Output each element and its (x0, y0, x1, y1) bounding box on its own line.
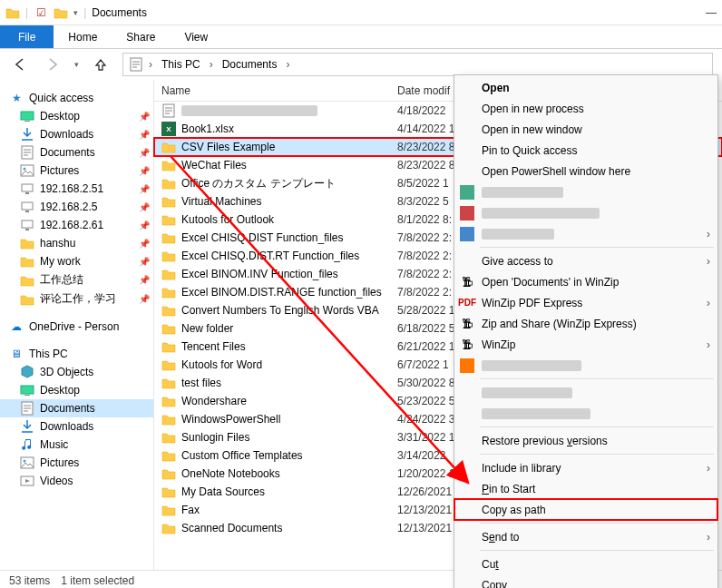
col-date[interactable]: Date modif (397, 84, 450, 97)
ctx-sep (480, 247, 714, 248)
sidebar-item[interactable]: Desktop📌 (0, 107, 153, 125)
ctx-restore[interactable]: Restore previous versions (454, 430, 717, 451)
sidebar-item-label: 192.168.2.51 (40, 182, 103, 195)
col-name[interactable]: Name (161, 84, 397, 97)
folder-icon (161, 466, 176, 481)
ctx-send-to[interactable]: Send to› (454, 526, 717, 547)
breadcrumb-sep[interactable] (208, 58, 215, 71)
ctx-zip-share[interactable]: 🗜Zip and Share (WinZip Express) (454, 313, 717, 334)
this-pc[interactable]: 🖥 This PC (0, 345, 153, 363)
file-name: Tencent Files (181, 340, 246, 353)
sidebar-item[interactable]: 192.168.2.51📌 (0, 180, 153, 198)
folder-icon (161, 230, 176, 245)
sidebar-item[interactable]: 192.168.2.61📌 (0, 216, 153, 234)
file-name: Sunlogin Files (181, 431, 249, 444)
ctx-open-winzip[interactable]: 🗜Open 'Documents' in WinZip (454, 271, 717, 292)
folder-icon (5, 5, 20, 20)
ctx-obscured-4[interactable] (454, 355, 717, 376)
sidebar-item[interactable]: Pictures📌 (0, 162, 153, 180)
submenu-arrow-icon: › (707, 462, 710, 475)
folder-icon (161, 267, 176, 281)
window-title: Documents (92, 6, 147, 19)
ctx-obscured-2[interactable] (454, 202, 717, 223)
sidebar-item[interactable]: Documents📌 (0, 143, 153, 162)
sidebar-item[interactable]: Videos (0, 472, 153, 490)
svg-rect-9 (25, 211, 29, 212)
file-date: 6/7/2022 1 (397, 358, 449, 371)
ctx-obscured-1[interactable] (454, 181, 717, 202)
file-name: Excel BINOM.INV Function_files (181, 268, 338, 280)
forward-button[interactable] (42, 54, 63, 75)
minimize-button[interactable]: — (706, 6, 717, 19)
file-name: WeChat Files (181, 159, 247, 172)
sidebar-item-label: Music (40, 438, 68, 451)
file-name: WindowsPowerShell (181, 413, 280, 426)
drive-icon (20, 365, 34, 379)
ctx-open-ps[interactable]: Open PowerShell window here (454, 161, 717, 181)
sidebar-item[interactable]: 评论工作，学习📌 (0, 289, 153, 309)
drive-icon (20, 419, 34, 434)
sidebar-item[interactable]: 192.168.2.5📌 (0, 198, 153, 216)
ctx-obscured-3[interactable]: › (454, 223, 717, 244)
sidebar-item[interactable]: Desktop (0, 381, 153, 399)
folder-icon (20, 273, 34, 288)
ctx-winzip[interactable]: 🗜WinZip› (454, 334, 717, 355)
ctx-cut[interactable]: Cut (454, 554, 717, 574)
network-icon (20, 200, 34, 214)
ctx-obscured-5[interactable] (454, 382, 717, 403)
quick-access[interactable]: ★ Quick access (0, 89, 153, 107)
qat-sep2: | (83, 6, 86, 19)
ctx-pin-quick[interactable]: Pin to Quick access (454, 140, 717, 161)
file-date: 5/28/2022 1 (397, 304, 454, 317)
checkbox-icon[interactable]: ☑ (34, 5, 48, 20)
file-date: 7/8/2022 2: (397, 268, 452, 280)
tab-share[interactable]: Share (112, 25, 170, 48)
back-button[interactable] (9, 54, 31, 75)
svg-rect-12 (21, 386, 34, 394)
sidebar-item[interactable]: 3D Objects (0, 363, 153, 381)
app-icon (460, 206, 474, 220)
qat-dropdown[interactable]: ▾ (73, 8, 78, 17)
sidebar-item[interactable]: Pictures (0, 454, 153, 472)
sidebar-item[interactable]: 工作总结📌 (0, 270, 153, 289)
sidebar-item[interactable]: Downloads (0, 417, 153, 436)
onedrive-label: OneDrive - Person (29, 320, 119, 333)
sidebar-item-label: Documents (40, 402, 95, 415)
ctx-copy[interactable]: Copy (454, 574, 717, 588)
ctx-obscured-6[interactable] (454, 403, 717, 424)
folder-icon-qat[interactable] (54, 5, 68, 20)
ctx-give-access[interactable]: Give access to› (454, 250, 717, 271)
breadcrumb-sep[interactable] (284, 58, 291, 71)
breadcrumb-thispc[interactable]: This PC (158, 56, 204, 73)
file-name: Kutools for Word (181, 358, 262, 371)
sidebar-item[interactable]: My work📌 (0, 252, 153, 270)
ctx-open-new-window[interactable]: Open in new window (454, 119, 717, 140)
file-date: 8/23/2022 8 (397, 141, 454, 153)
breadcrumb-documents[interactable]: Documents (219, 56, 281, 73)
app-icon (460, 358, 474, 373)
tab-file[interactable]: File (0, 25, 54, 48)
ctx-copy-path[interactable]: Copy as path (454, 499, 717, 520)
ctx-pin-start[interactable]: Pin to Start (454, 478, 717, 499)
sidebar-item-label: Documents (40, 146, 95, 159)
ctx-include-library[interactable]: Include in library› (454, 457, 717, 478)
sidebar-item[interactable]: Music (0, 436, 153, 454)
address-bar[interactable]: This PC Documents (122, 53, 713, 76)
file-name: Fax (181, 504, 200, 516)
drive-icon (20, 401, 34, 416)
pin-icon: 📌 (139, 130, 150, 140)
breadcrumb-sep[interactable] (147, 58, 154, 71)
ctx-pdf-express[interactable]: PDFWinZip PDF Express› (454, 292, 717, 313)
tab-home[interactable]: Home (54, 25, 112, 48)
ctx-open[interactable]: Open (454, 77, 717, 98)
onedrive[interactable]: ☁ OneDrive - Person (0, 318, 153, 336)
sidebar-item-label: My work (40, 255, 81, 268)
sidebar-item[interactable]: hanshu📌 (0, 234, 153, 252)
ctx-open-new-process[interactable]: Open in new process (454, 98, 717, 119)
sidebar-item[interactable]: Downloads📌 (0, 125, 153, 143)
tab-view[interactable]: View (170, 25, 222, 48)
recent-dropdown[interactable]: ▾ (74, 60, 79, 69)
submenu-arrow-icon: › (707, 531, 710, 544)
sidebar-item[interactable]: Documents (0, 399, 153, 417)
up-button[interactable] (90, 54, 112, 75)
